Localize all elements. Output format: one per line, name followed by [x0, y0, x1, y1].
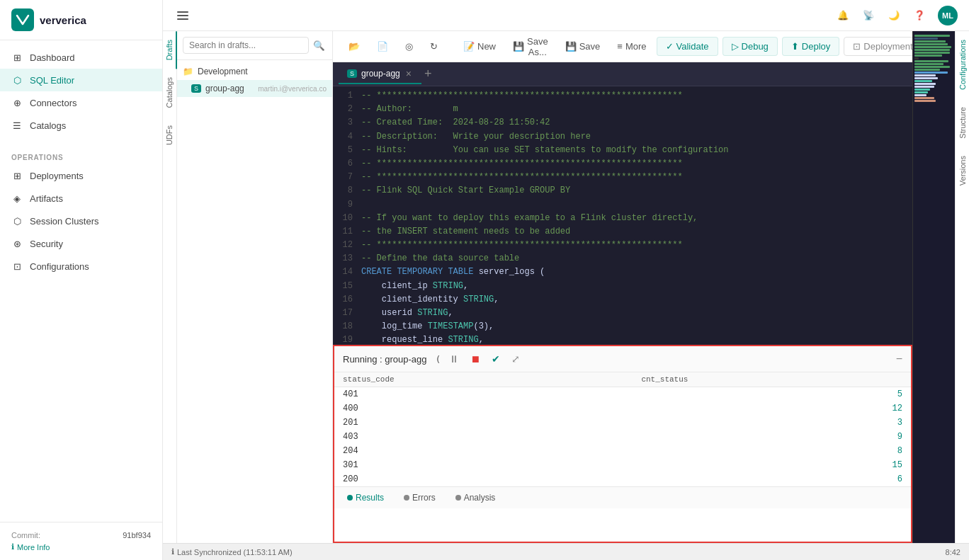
- stop-button[interactable]: ⏹: [468, 352, 483, 366]
- debug-button[interactable]: ▷ Debug: [722, 37, 778, 56]
- code-line-12: 12 -- **********************************…: [333, 239, 912, 252]
- expand-button[interactable]: ⤢: [509, 352, 523, 366]
- help-icon[interactable]: ❓: [912, 8, 926, 23]
- notification-icon[interactable]: 🔔: [836, 8, 850, 23]
- mini-line: [914, 80, 932, 82]
- configurations-right-tab[interactable]: Configurations: [956, 31, 969, 98]
- minimap: [912, 31, 955, 543]
- mini-line: [914, 43, 948, 45]
- versions-right-tab[interactable]: Versions: [956, 147, 969, 194]
- code-editor[interactable]: 1 -- ***********************************…: [333, 86, 912, 345]
- cluster-icon: ⬡: [11, 215, 23, 227]
- deployment-button[interactable]: ⊡ Deployment: [844, 37, 912, 56]
- cnt-status-cell: 8: [633, 444, 911, 458]
- drafts-tab[interactable]: Drafts: [163, 31, 177, 69]
- info-circle-icon: ℹ: [11, 542, 14, 552]
- dashboard-icon: ⊞: [11, 52, 23, 63]
- deploy-button[interactable]: ⬆ Deploy: [782, 37, 839, 56]
- target-btn[interactable]: ◎: [398, 38, 420, 55]
- cnt-status-cell: 15: [633, 458, 911, 472]
- udfs-tab[interactable]: UDFs: [163, 117, 177, 154]
- results-tab-label: Results: [356, 493, 384, 503]
- mini-line: [914, 83, 936, 85]
- tab-add-button[interactable]: +: [421, 67, 435, 81]
- code-line-15: 15 client_ip STRING,: [333, 280, 912, 293]
- new-button[interactable]: 📝 New: [456, 38, 503, 55]
- sidebar-item-configurations[interactable]: ⊡ Configurations: [0, 255, 162, 278]
- new-icon: 📝: [463, 41, 475, 52]
- toolbar-right: ✓ Validate ▷ Debug ⬆ Deploy ⊡ Deployment: [657, 37, 912, 56]
- commit-hash: 91bf934: [123, 531, 151, 539]
- hamburger-menu[interactable]: [174, 8, 191, 23]
- code-line-13: 13 -- Define the data source table: [333, 252, 912, 265]
- pause-button[interactable]: ⏸: [446, 352, 462, 366]
- tabs-bar: S group-agg × +: [333, 62, 912, 86]
- rss-icon[interactable]: 📡: [861, 8, 876, 23]
- sidebar-item-session-clusters[interactable]: ⬡ Session Clusters: [0, 210, 162, 232]
- tab-name: group-agg: [361, 69, 400, 79]
- mini-line: [914, 77, 938, 79]
- side-tabs-right: Configurations Structure Versions: [955, 31, 969, 543]
- validate-button[interactable]: ✓ Validate: [657, 37, 718, 56]
- code-tab-group-agg[interactable]: S group-agg ×: [339, 64, 421, 84]
- topbar-icons: 🔔 📡 🌙 ❓ ML: [836, 6, 958, 25]
- avatar[interactable]: ML: [938, 6, 958, 25]
- security-icon: ⊛: [11, 238, 23, 249]
- refresh-icon: ↻: [430, 41, 438, 52]
- minimap-content: [913, 31, 955, 105]
- status-code-cell: 204: [334, 444, 633, 458]
- connector-icon: ⊕: [11, 97, 23, 108]
- tab-close-button[interactable]: ×: [404, 69, 413, 79]
- mini-line: [914, 55, 942, 57]
- mini-line: [914, 40, 946, 42]
- status-code-cell: 401: [334, 387, 633, 402]
- more-button[interactable]: ≡ More: [610, 38, 653, 55]
- editor-container: Drafts Catalogs UDFs 🔍 📁 Development S g…: [163, 31, 969, 543]
- config-icon: ⊡: [11, 261, 23, 272]
- nav-section-top: ⊞ Dashboard ⬡ SQL Editor ⊕ Connectors ☰ …: [0, 40, 162, 142]
- table-row: 301 15: [334, 458, 911, 472]
- results-tab-results[interactable]: Results: [343, 491, 388, 504]
- mini-line: [914, 100, 936, 102]
- results-tab-errors[interactable]: Errors: [400, 491, 440, 504]
- results-tab-analysis[interactable]: Analysis: [451, 491, 500, 504]
- sidebar-item-artifacts[interactable]: ◈ Artifacts: [0, 187, 162, 210]
- table-body: 401 5 400 12 201 3: [334, 387, 911, 487]
- cnt-status-cell: 6: [633, 472, 911, 486]
- results-table[interactable]: status_code cnt_status 401 5 4: [334, 372, 911, 486]
- structure-right-tab[interactable]: Structure: [956, 98, 969, 147]
- code-line-11: 11 -- the INSERT statement needs to be a…: [333, 225, 912, 239]
- sidebar-item-security[interactable]: ⊛ Security: [0, 232, 162, 255]
- save-as-button[interactable]: 💾 Save As...: [506, 33, 555, 61]
- folder-open-btn[interactable]: 📂: [341, 38, 367, 55]
- refresh-btn[interactable]: ↻: [423, 38, 445, 55]
- check-button[interactable]: ✔: [489, 352, 503, 366]
- save-button[interactable]: 💾 Save: [558, 38, 608, 55]
- theme-icon[interactable]: 🌙: [887, 8, 901, 23]
- file-btn[interactable]: 📄: [370, 38, 395, 55]
- tree-file-group-agg[interactable]: S group-agg martin.i@ververica.co: [177, 80, 332, 97]
- code-line-4: 4 -- Description: Write your description…: [333, 130, 912, 144]
- search-input[interactable]: [183, 37, 309, 54]
- current-time: 8:42: [946, 548, 960, 556]
- table-row: 201 3: [334, 416, 911, 430]
- catalogs-tab[interactable]: Catalogs: [163, 69, 177, 116]
- sidebar-item-dashboard[interactable]: ⊞ Dashboard: [0, 46, 162, 69]
- sidebar-item-sql-editor[interactable]: ⬡ SQL Editor: [0, 69, 162, 91]
- debug-icon: ▷: [732, 41, 739, 52]
- cnt-status-cell: 9: [633, 430, 911, 444]
- svg-rect-0: [11, 8, 34, 31]
- tree-folder-development[interactable]: 📁 Development: [177, 63, 332, 80]
- sidebar-item-catalogs[interactable]: ☰ Catalogs: [0, 114, 162, 137]
- status-code-cell: 400: [334, 401, 633, 416]
- results-close-button[interactable]: −: [896, 353, 902, 365]
- status-code-cell: 403: [334, 430, 633, 444]
- sidebar-item-connectors[interactable]: ⊕ Connectors: [0, 91, 162, 114]
- search-button[interactable]: 🔍: [312, 39, 327, 52]
- more-info-link[interactable]: ℹ More Info: [11, 542, 151, 552]
- sidebar-item-deployments[interactable]: ⊞ Deployments: [0, 164, 162, 187]
- results-header: Running : group-agg ( ⏸ ⏹ ✔ ⤢ −: [334, 346, 911, 372]
- table-row: 403 9: [334, 430, 911, 444]
- table-row: 200 6: [334, 472, 911, 486]
- mini-line: [914, 63, 944, 65]
